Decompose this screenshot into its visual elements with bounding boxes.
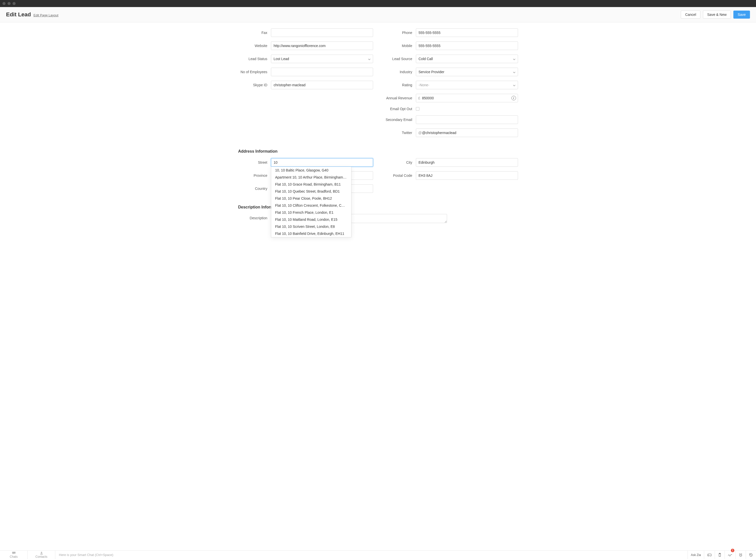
skype-input[interactable] (271, 81, 373, 89)
chat-bubble-icon (12, 552, 16, 555)
lead-source-select[interactable]: Cold Call (416, 54, 518, 63)
lead-status-select[interactable]: Lost Lead (271, 54, 373, 63)
street-suggestion-item[interactable]: Flat 10, 10 Quebec Street, Bradford, BD1 (271, 188, 351, 195)
street-label: Street (238, 160, 271, 164)
email-opt-out-checkbox[interactable] (416, 107, 419, 111)
traffic-light-minimize[interactable] (7, 2, 10, 5)
rating-label: Rating (383, 83, 416, 87)
form-left-column: Fax Website Lead Status Lost Lead (238, 28, 373, 141)
street-suggestion-item[interactable]: Flat 10, 10 Clifton Crescent, Folkestone… (271, 202, 351, 209)
skype-label: Skype ID (238, 83, 271, 87)
notification-badge: 1 (731, 549, 734, 552)
page-header: Edit Lead Edit Page Layout Cancel Save &… (0, 7, 756, 22)
page-title: Edit Lead (6, 11, 31, 18)
street-suggestion-item[interactable]: Flat 10, 10 Maitland Road, London, E15 (271, 216, 351, 223)
mobile-label: Mobile (383, 44, 416, 48)
description-label: Description (238, 214, 271, 220)
postal-code-input[interactable] (416, 171, 518, 180)
chats-tab[interactable]: Chats (0, 551, 28, 559)
email-opt-out-label: Email Opt Out (383, 107, 416, 111)
street-input[interactable] (271, 158, 373, 167)
lead-source-label: Lead Source (383, 57, 416, 61)
mobile-input[interactable] (416, 42, 518, 50)
website-label: Website (238, 44, 271, 48)
clipboard-icon[interactable] (715, 551, 725, 559)
street-suggestion-item[interactable]: 10, 10 Baltic Place, Glasgow, G40 (271, 167, 351, 174)
city-label: City (383, 160, 416, 164)
website-input[interactable] (271, 42, 373, 50)
street-autocomplete-dropdown: 10, 10 Baltic Place, Glasgow, G40Apartme… (271, 167, 351, 238)
industry-select[interactable]: Service Provider (416, 68, 518, 76)
address-right-column: City Postal Code (383, 158, 518, 197)
bottom-bar: Chats Contacts Here is your Smart Chat (… (0, 551, 756, 559)
cancel-button[interactable]: Cancel (681, 10, 700, 19)
phone-input[interactable] (416, 28, 518, 37)
address-section-title: Address Information (238, 149, 518, 154)
form-right-column: Phone Mobile Lead Source Cold Call (383, 28, 518, 141)
twitter-input[interactable] (416, 129, 518, 137)
edit-page-layout-link[interactable]: Edit Page Layout (34, 13, 58, 17)
info-icon[interactable]: i (512, 96, 516, 100)
employees-input[interactable] (271, 68, 373, 76)
employees-label: No of Employees (238, 70, 271, 74)
fax-label: Fax (238, 31, 271, 35)
annual-revenue-input[interactable] (416, 94, 518, 102)
street-suggestion-item[interactable]: Flat 10, 10 Scriven Street, London, E8 (271, 223, 351, 230)
street-suggestion-item[interactable]: Flat 10, 10 French Place, London, E1 (271, 209, 351, 216)
rating-select[interactable]: -None- (416, 81, 518, 89)
history-icon[interactable] (746, 551, 756, 559)
industry-label: Industry (383, 70, 416, 74)
contacts-icon (40, 552, 44, 555)
secondary-email-label: Secondary Email (383, 118, 416, 122)
smart-chat-input[interactable]: Here is your Smart Chat (Ctrl+Space) (55, 551, 688, 559)
svg-point-0 (41, 552, 42, 553)
street-suggestion-item[interactable]: Flat 10, 10 Pear Close, Poole, BH12 (271, 195, 351, 202)
secondary-email-input[interactable] (416, 115, 518, 124)
contacts-tab[interactable]: Contacts (28, 551, 55, 559)
street-suggestion-item[interactable]: Apartment 10, 10 Arthur Place, Birmingha… (271, 174, 351, 181)
city-input[interactable] (416, 158, 518, 167)
macos-titlebar (0, 0, 756, 7)
signature-icon[interactable]: 1 (725, 551, 735, 559)
alarm-icon[interactable] (735, 551, 746, 559)
street-suggestion-item[interactable]: Flat 10, 10 Bainfield Drive, Edinburgh, … (271, 230, 351, 237)
save-and-new-button[interactable]: Save & New (703, 10, 731, 19)
street-suggestion-item[interactable]: Flat 10, 10 Grace Road, Birmingham, B11 (271, 181, 351, 188)
postal-code-label: Postal Code (383, 174, 416, 178)
save-button[interactable]: Save (733, 10, 750, 19)
province-label: Province (238, 174, 271, 178)
chats-tab-label: Chats (10, 555, 18, 559)
phone-label: Phone (383, 31, 416, 35)
annual-revenue-label: Annual Revenue (383, 96, 416, 100)
traffic-light-close[interactable] (2, 2, 5, 5)
contacts-tab-label: Contacts (36, 555, 47, 559)
address-left-column: Street 10, 10 Baltic Place, Glasgow, G40… (238, 158, 373, 197)
fax-input[interactable] (271, 28, 373, 37)
country-label: Country (238, 186, 271, 191)
lead-status-label: Lead Status (238, 57, 271, 61)
traffic-light-zoom[interactable] (13, 2, 16, 5)
ask-zia-button[interactable]: Ask Zia (688, 551, 704, 559)
twitter-label: Twitter (383, 131, 416, 135)
gamepad-icon[interactable] (704, 551, 715, 559)
